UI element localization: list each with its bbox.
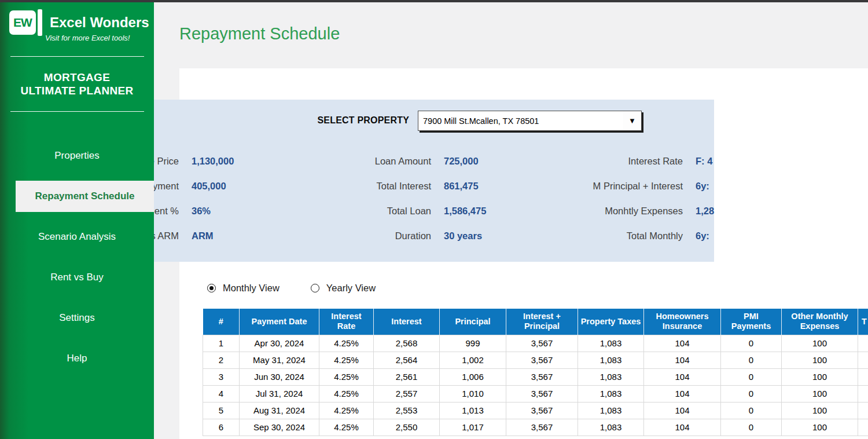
repayment-table: #Payment DateInterest RateInterestPrinci… (203, 309, 868, 436)
table-header-cell: Principal (440, 309, 506, 335)
summary-field-label: Interest Rate (552, 156, 683, 167)
table-header-cell: T (858, 309, 868, 335)
sidebar-item-settings[interactable]: Settings (0, 302, 154, 334)
summary-field: M Principal + Interest6y: (552, 174, 714, 199)
summary-field-value: 405,000 (192, 181, 226, 192)
summary-field-label: M Principal + Interest (552, 181, 683, 192)
table-cell (858, 385, 868, 402)
summary-field-value: 30 years (444, 231, 482, 242)
sidebar-divider (10, 56, 144, 57)
table-cell: 4.25% (319, 368, 374, 385)
table-cell: 1,083 (578, 335, 644, 352)
table-cell: Aug 31, 2024 (240, 402, 319, 419)
brand: EW Excel Wonders (9, 9, 149, 36)
table-cell (858, 335, 868, 352)
summary-field-label: Total Monthly (552, 231, 683, 242)
property-select[interactable]: 7900 Mill St.Mcallen, TX 78501 ▼ (418, 111, 642, 131)
summary-column-2: Loan Amount725,000Total Interest861,475T… (303, 149, 486, 248)
table-cell: 4 (203, 385, 240, 402)
summary-field-value: 1,28 (696, 206, 714, 217)
view-toggle: Monthly ViewYearly View (207, 283, 407, 294)
summary-field-label: Duration (303, 231, 431, 242)
radio-circle-icon[interactable] (311, 284, 319, 292)
table-cell: 3 (203, 368, 240, 385)
table-cell: 2,557 (374, 385, 440, 402)
summary-column-3: Interest RateF: 4M Principal + Interest6… (552, 149, 714, 248)
summary-field: Loan Amount725,000 (303, 149, 486, 174)
summary-field-label: Total Loan (303, 206, 431, 217)
page-title: Repayment Schedule (179, 24, 340, 43)
summary-field: Total Interest861,475 (303, 174, 486, 199)
table-cell: 100 (782, 352, 858, 368)
table-cell: 0 (721, 419, 782, 436)
excel-wonders-logo-icon: EW (9, 10, 36, 35)
sidebar-item-rent-vs-buy[interactable]: Rent vs Buy (0, 262, 154, 293)
summary-field-value: 725,000 (444, 156, 479, 167)
table-row: 3Jun 30, 20244.25%2,5611,0063,5671,08310… (203, 368, 868, 385)
sidebar-item-repayment-schedule[interactable]: Repayment Schedule (16, 181, 154, 212)
table-cell: 1,083 (578, 402, 644, 419)
table-cell: 0 (721, 335, 782, 352)
table-cell: 0 (721, 368, 782, 385)
table-cell: 3,567 (506, 335, 578, 352)
table-cell: 1,006 (440, 368, 506, 385)
brand-name: Excel Wonders (50, 14, 149, 31)
summary-field-value: 1,130,000 (192, 156, 234, 167)
app-title-line2: ULTIMATE PLANNER (0, 84, 154, 97)
radio-dot-icon (209, 286, 214, 290)
summary-field-value: 861,475 (444, 181, 479, 192)
table-cell: 1,010 (440, 385, 506, 402)
table-cell: Jun 30, 2024 (240, 368, 319, 385)
sidebar-item-scenario-analysis[interactable]: Scenario Analysis (0, 221, 154, 253)
table-header-cell: Payment Date (240, 309, 319, 335)
table-cell: 0 (721, 385, 782, 402)
table-cell: 0 (721, 352, 782, 368)
window-top-border (0, 0, 868, 2)
table-cell: 1,013 (440, 402, 506, 419)
table-cell: Sep 30, 2024 (240, 419, 319, 436)
table-cell: 100 (782, 335, 858, 352)
table-cell: 1,002 (440, 352, 506, 368)
table-cell: 999 (440, 335, 506, 352)
sidebar-item-help[interactable]: Help (0, 343, 154, 374)
app-title-line1: MORTGAGE (0, 71, 154, 84)
table-cell: 6 (203, 419, 240, 436)
summary-field: Interest RateF: 4 (552, 149, 714, 174)
table-cell: 104 (644, 368, 721, 385)
summary-field-value: ARM (192, 231, 214, 242)
radio-circle-icon[interactable] (207, 284, 216, 292)
summary-field-value: 6y: (696, 181, 709, 192)
table-cell: 100 (782, 419, 858, 436)
table-cell: 3,567 (506, 368, 578, 385)
radio-monthly-view[interactable]: Monthly View (207, 283, 279, 294)
table-cell: 5 (203, 402, 240, 419)
sidebar-divider (10, 111, 144, 112)
dropdown-arrow-icon[interactable]: ▼ (623, 111, 641, 130)
radio-yearly-view[interactable]: Yearly View (311, 283, 376, 294)
table-header-cell: Homeowners Insurance (644, 309, 721, 335)
table-header-cell: PMI Payments (721, 309, 782, 335)
summary-field: Duration30 years (303, 224, 486, 248)
table-cell (858, 352, 868, 368)
table-row: 1Apr 30, 20244.25%2,5689993,5671,0831040… (203, 335, 868, 352)
logo-bar-decoration (38, 9, 42, 36)
table-cell: 2,553 (374, 402, 440, 419)
summary-field: Monhtly Expenses1,28 (552, 199, 714, 224)
table-cell: 4.25% (319, 419, 374, 436)
table-header-cell: Interest (374, 309, 440, 335)
table-row: 5Aug 31, 20244.25%2,5531,0133,5671,08310… (203, 402, 868, 419)
table-cell: 1,017 (440, 419, 506, 436)
table-header-cell: Interest + Principal (506, 309, 578, 335)
summary-field-value: 1,586,475 (444, 206, 486, 217)
sidebar-item-properties[interactable]: Properties (0, 140, 154, 171)
table-cell: 0 (721, 402, 782, 419)
table-cell: 3,567 (506, 385, 578, 402)
table-cell: Apr 30, 2024 (240, 335, 319, 352)
table-cell: 2,550 (374, 419, 440, 436)
table-cell: 4.25% (319, 402, 374, 419)
table-cell: 2,564 (374, 352, 440, 368)
table-cell: 100 (782, 385, 858, 402)
summary-field-value: 6y: (696, 231, 709, 242)
table-cell: 2 (203, 352, 240, 368)
table-cell (858, 419, 868, 436)
